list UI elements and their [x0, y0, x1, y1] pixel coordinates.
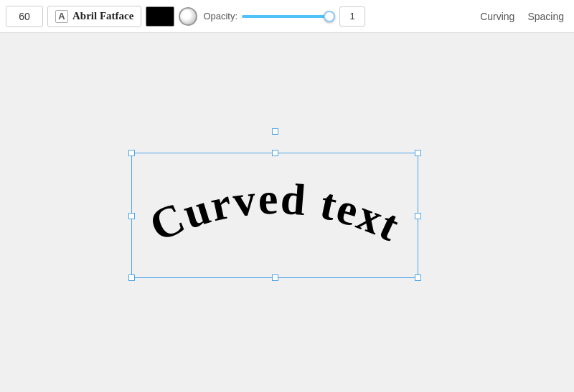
font-icon: A: [55, 10, 68, 23]
font-size-input[interactable]: [6, 6, 43, 27]
handle-middle-right[interactable]: [415, 213, 421, 219]
curved-text-svg[interactable]: Curved text: [131, 153, 418, 278]
handle-top-middle[interactable]: [272, 150, 278, 156]
handle-middle-left[interactable]: [128, 213, 135, 219]
handle-bottom-left[interactable]: [128, 274, 135, 281]
spacing-button[interactable]: Spacing: [523, 8, 568, 25]
opacity-slider[interactable]: [242, 15, 335, 18]
handle-top-left[interactable]: [128, 150, 135, 156]
font-name-label: Abril Fatface: [72, 10, 133, 22]
handle-bottom-right[interactable]: [415, 274, 421, 281]
rotation-handle[interactable]: [272, 128, 278, 135]
svg-text:Curved text: Curved text: [143, 174, 408, 251]
canvas-area: Curved text: [0, 33, 574, 392]
color-swatch[interactable]: [146, 6, 174, 27]
opacity-icon: [179, 7, 197, 26]
opacity-label: Opacity:: [203, 11, 237, 21]
curved-text-content: Curved text: [143, 174, 408, 251]
font-family-button[interactable]: A Abril Fatface: [47, 6, 141, 27]
handle-top-right[interactable]: [415, 150, 421, 156]
toolbar: A Abril Fatface Opacity: Curving Spacing: [0, 0, 574, 33]
selection-box: [131, 153, 418, 278]
handle-bottom-middle[interactable]: [272, 274, 278, 281]
curving-button[interactable]: Curving: [476, 8, 519, 25]
opacity-value-input[interactable]: [339, 6, 365, 27]
